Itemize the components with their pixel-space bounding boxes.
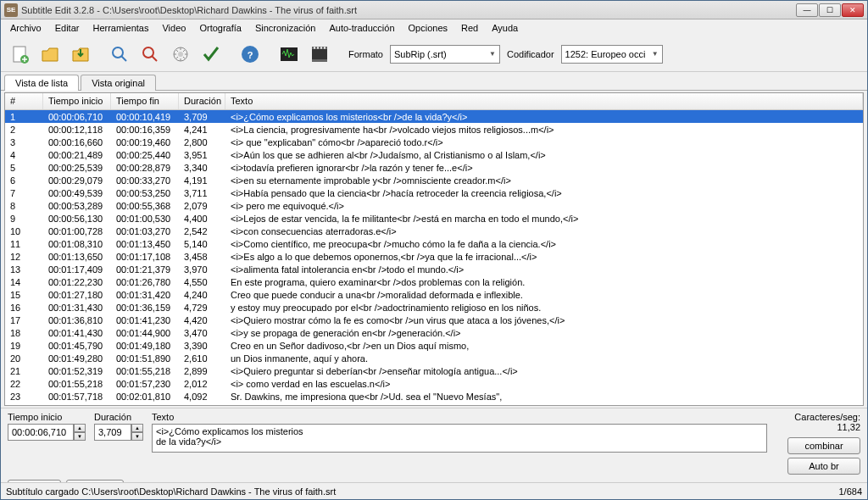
col-duration[interactable]: Duración — [179, 93, 225, 109]
table-row[interactable]: 1500:01:27,18000:01:31,4204,240Creo que … — [5, 288, 863, 301]
svg-point-5 — [178, 52, 183, 57]
close-button[interactable]: ✕ — [842, 3, 864, 17]
table-row[interactable]: 2000:01:49,28000:01:51,8902,610un Dios i… — [5, 352, 863, 364]
duration-label: Duración — [94, 412, 143, 422]
text-input[interactable] — [152, 424, 767, 453]
table-row[interactable]: 1100:01:08,31000:01:13,4505,140<i>Como c… — [5, 237, 863, 250]
status-bar: Subtítulo cargado C:\Users\root\Desktop\… — [1, 482, 867, 499]
edit-pane: Tiempo inicio ▲▼ Duración ▲▼ Texto Carac… — [1, 408, 867, 482]
encoder-select[interactable]: 1252: Europeo occi — [561, 45, 663, 64]
format-label: Formato — [348, 49, 383, 59]
menu-herramientas[interactable]: Herramientas — [86, 21, 154, 35]
maximize-button[interactable]: ☐ — [819, 3, 841, 17]
open-icon[interactable] — [36, 41, 64, 68]
menu-archivo[interactable]: Archivo — [4, 21, 47, 35]
menu-opciones[interactable]: Opciones — [403, 21, 453, 35]
table-row[interactable]: 500:00:25,53900:00:28,8793,340<i>todavía… — [5, 161, 863, 174]
title-bar: SE Subtitle Edit 3.2.8 - C:\Users\root\D… — [1, 1, 867, 19]
svg-rect-8 — [281, 47, 298, 61]
table-row[interactable]: 2300:01:57,71800:02:01,8104,092Sr. Dawki… — [5, 390, 863, 403]
encoder-label: Codificador — [507, 49, 554, 59]
menu-auto-traducción[interactable]: Auto-traducción — [323, 21, 400, 35]
find-icon[interactable] — [106, 41, 133, 68]
grid-body[interactable]: 100:00:06,71000:00:10,4193,709<i>¿Cómo e… — [5, 110, 863, 405]
tab-original-view[interactable]: Vista original — [81, 75, 156, 91]
table-row[interactable]: 200:00:12,11800:00:16,3594,241<i>La cien… — [5, 123, 863, 136]
tab-list-view[interactable]: Vista de lista — [4, 75, 79, 91]
new-icon[interactable] — [6, 41, 33, 68]
chars-per-sec: Caracteres/seg: 11,32 — [776, 412, 860, 432]
menu-ortografía[interactable]: Ortografía — [193, 21, 248, 35]
menu-bar: ArchivoEditarHerramientasVideoOrtografía… — [1, 19, 867, 36]
dur-down[interactable]: ▼ — [131, 432, 143, 441]
svg-text:?: ? — [248, 50, 253, 60]
table-row[interactable]: 900:00:56,13000:01:00,5304,400<i>Lejos d… — [5, 212, 863, 225]
subtitle-grid: # Tiempo inicio Tiempo fin Duración Text… — [4, 92, 864, 406]
col-text[interactable]: Texto — [225, 93, 863, 109]
grid-header: # Tiempo inicio Tiempo fin Duración Text… — [5, 93, 863, 110]
duration-input[interactable] — [94, 424, 131, 441]
save-icon[interactable] — [67, 41, 94, 68]
replace-icon[interactable] — [136, 41, 164, 68]
svg-rect-15 — [324, 47, 326, 48]
col-number[interactable]: # — [5, 93, 43, 109]
table-row[interactable]: 1400:01:22,23000:01:26,7804,550En este p… — [5, 275, 863, 288]
format-select[interactable]: SubRip (.srt) — [390, 45, 500, 64]
svg-rect-9 — [312, 49, 327, 59]
svg-rect-14 — [320, 47, 322, 48]
table-row[interactable]: 1800:01:41,43000:01:44,9003,470<i>y se p… — [5, 326, 863, 339]
table-row[interactable]: 100:00:06,71000:00:10,4193,709<i>¿Cómo e… — [5, 110, 863, 123]
app-icon: SE — [4, 3, 18, 17]
table-row[interactable]: 300:00:16,66000:00:19,4602,800<i> que "e… — [5, 136, 863, 148]
table-row[interactable]: 2400:02:02,17000:02:05,4203,250y aprecio… — [5, 403, 863, 405]
svg-rect-11 — [312, 59, 327, 62]
table-row[interactable]: 2200:01:55,21800:01:57,2302,012<i> como … — [5, 377, 863, 390]
table-row[interactable]: 700:00:49,53900:00:53,2503,711<i>Había p… — [5, 186, 863, 199]
start-time-input[interactable] — [8, 424, 74, 441]
status-position: 1/684 — [838, 486, 862, 497]
start-down[interactable]: ▼ — [74, 432, 86, 441]
table-row[interactable]: 600:00:29,07900:00:33,2704,191<i>en su e… — [5, 174, 863, 186]
menu-red[interactable]: Red — [455, 21, 484, 35]
dur-up[interactable]: ▲ — [131, 424, 143, 432]
start-up[interactable]: ▲ — [74, 424, 86, 432]
video-icon[interactable] — [306, 41, 333, 68]
waveform-icon[interactable] — [275, 41, 303, 68]
table-row[interactable]: 1200:01:13,65000:01:17,1083,458<i>Es alg… — [5, 250, 863, 263]
table-row[interactable]: 1700:01:36,81000:01:41,2304,420<i>Quiero… — [5, 314, 863, 326]
table-row[interactable]: 1600:01:31,43000:01:36,1594,729y estoy m… — [5, 301, 863, 314]
help-icon[interactable]: ? — [236, 41, 264, 68]
table-row[interactable]: 400:00:21,48900:00:25,4403,951<i>Aún los… — [5, 148, 863, 161]
svg-rect-13 — [317, 47, 319, 48]
table-row[interactable]: 1300:01:17,40900:01:21,3793,970<i>alimen… — [5, 263, 863, 275]
combine-button[interactable]: combinar — [787, 437, 860, 454]
table-row[interactable]: 2100:01:52,31900:01:55,2182,899<i>Quiero… — [5, 364, 863, 377]
table-row[interactable]: 1900:01:45,79000:01:49,1803,390Creo en u… — [5, 339, 863, 352]
settings-icon[interactable] — [167, 41, 194, 68]
menu-sincronización[interactable]: Sincronización — [249, 21, 322, 35]
menu-ayuda[interactable]: Ayuda — [486, 21, 524, 35]
menu-editar[interactable]: Editar — [49, 21, 86, 35]
menu-video[interactable]: Video — [156, 21, 192, 35]
table-row[interactable]: 800:00:53,28900:00:55,3682,079<i> pero m… — [5, 199, 863, 212]
col-start[interactable]: Tiempo inicio — [43, 93, 111, 109]
tab-strip: Vista de lista Vista original — [1, 72, 867, 91]
spellcheck-icon[interactable] — [198, 41, 225, 68]
start-time-label: Tiempo inicio — [8, 412, 86, 422]
autobr-button[interactable]: Auto br — [787, 458, 860, 475]
status-message: Subtítulo cargado C:\Users\root\Desktop\… — [6, 486, 336, 497]
minimize-button[interactable]: — — [796, 3, 818, 17]
toolbar: ? Formato SubRip (.srt) Codificador 1252… — [1, 36, 867, 72]
window-title: Subtitle Edit 3.2.8 - C:\Users\root\Desk… — [21, 5, 795, 15]
col-end[interactable]: Tiempo fin — [111, 93, 179, 109]
svg-rect-12 — [314, 47, 315, 48]
text-label: Texto — [152, 412, 767, 422]
table-row[interactable]: 1000:01:00,72800:01:03,2702,542<i>con co… — [5, 225, 863, 237]
